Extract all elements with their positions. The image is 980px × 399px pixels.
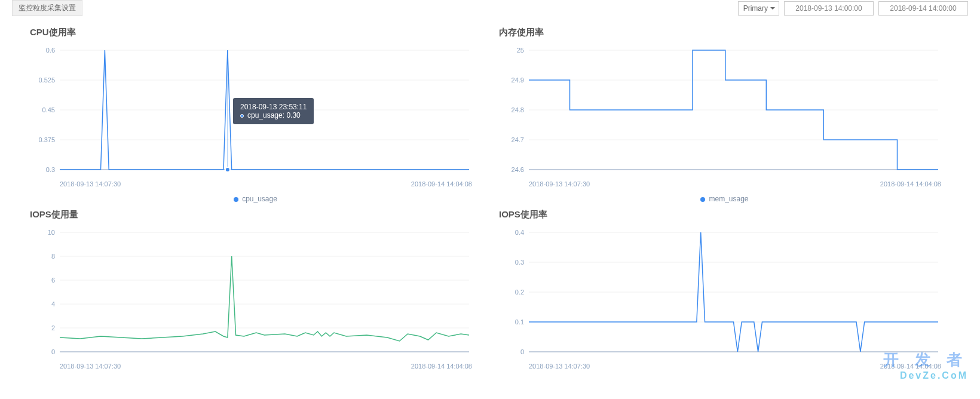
svg-text:25: 25 xyxy=(517,47,524,54)
x-axis-labels: 2018-09-13 14:07:30 2018-09-14 14:04:08 xyxy=(499,363,941,370)
x-axis-labels: 2018-09-13 14:07:30 2018-09-14 14:04:08 xyxy=(499,180,941,188)
panel-iops-vol: IOPS使用量 0246810 2018-09-13 14:07:30 2018… xyxy=(30,203,481,370)
svg-text:0.45: 0.45 xyxy=(42,106,55,113)
svg-text:0.3: 0.3 xyxy=(515,259,524,266)
role-select[interactable]: Primary xyxy=(738,1,779,16)
svg-text:4: 4 xyxy=(51,300,55,308)
toolbar-right: Primary 2018-09-13 14:00:00 2018-09-14 1… xyxy=(738,1,968,16)
chart-title: CPU使用率 xyxy=(30,27,481,38)
monitor-settings-button[interactable]: 监控粒度采集设置 xyxy=(12,0,82,16)
svg-text:0: 0 xyxy=(51,348,55,355)
iops-vol-chart[interactable]: 0246810 xyxy=(30,226,472,358)
chart-title: 内存使用率 xyxy=(499,27,950,38)
svg-text:0.6: 0.6 xyxy=(46,47,55,54)
chart-legend[interactable]: cpu_usage xyxy=(30,195,481,203)
x-axis-start: 2018-09-13 14:07:30 xyxy=(60,180,121,188)
svg-text:8: 8 xyxy=(51,253,55,260)
x-axis-end: 2018-09-14 14:04:08 xyxy=(880,363,941,370)
date-end-input[interactable]: 2018-09-14 14:00:00 xyxy=(878,1,968,16)
x-axis-start: 2018-09-13 14:07:30 xyxy=(529,180,590,188)
panel-cpu: CPU使用率 0.30.3750.450.5250.6 2018-09-13 2… xyxy=(30,21,481,203)
chart-legend[interactable]: mem_usage xyxy=(499,195,950,203)
x-axis-end: 2018-09-14 14:04:08 xyxy=(411,180,472,188)
x-axis-labels: 2018-09-13 14:07:30 2018-09-14 14:04:08 xyxy=(30,363,472,370)
legend-label: cpu_usage xyxy=(242,195,277,203)
svg-text:6: 6 xyxy=(51,277,55,284)
svg-text:24.8: 24.8 xyxy=(512,106,524,113)
panel-mem: 内存使用率 24.624.724.824.925 2018-09-13 14:0… xyxy=(499,21,950,203)
panel-iops-rate: IOPS使用率 00.10.20.30.4 2018-09-13 14:07:3… xyxy=(499,203,950,370)
svg-text:24.6: 24.6 xyxy=(512,166,524,173)
x-axis-start: 2018-09-13 14:07:30 xyxy=(529,363,590,370)
svg-text:2: 2 xyxy=(51,324,55,332)
svg-text:0.375: 0.375 xyxy=(38,136,55,143)
chart-title: IOPS使用量 xyxy=(30,209,481,220)
chart-title: IOPS使用率 xyxy=(499,209,950,220)
mem-chart[interactable]: 24.624.724.824.925 xyxy=(499,44,941,176)
svg-text:0.4: 0.4 xyxy=(515,229,524,236)
toolbar: 监控粒度采集设置 Primary 2018-09-13 14:00:00 201… xyxy=(0,0,980,16)
svg-text:0.2: 0.2 xyxy=(515,288,524,296)
iops-rate-chart[interactable]: 00.10.20.30.4 xyxy=(499,226,941,358)
svg-point-12 xyxy=(225,167,230,172)
charts-grid: CPU使用率 0.30.3750.450.5250.6 2018-09-13 2… xyxy=(0,21,980,370)
svg-text:0.3: 0.3 xyxy=(46,166,55,173)
svg-text:0: 0 xyxy=(520,348,524,355)
x-axis-labels: 2018-09-13 14:07:30 2018-09-14 14:04:08 xyxy=(30,180,472,188)
svg-text:0.525: 0.525 xyxy=(38,76,55,84)
cpu-chart[interactable]: 0.30.3750.450.5250.6 xyxy=(30,44,472,176)
x-axis-end: 2018-09-14 14:04:08 xyxy=(880,180,941,188)
svg-text:10: 10 xyxy=(48,229,55,236)
x-axis-end: 2018-09-14 14:04:08 xyxy=(411,363,472,370)
date-start-input[interactable]: 2018-09-13 14:00:00 xyxy=(784,1,874,16)
svg-text:24.7: 24.7 xyxy=(512,136,524,143)
svg-text:24.9: 24.9 xyxy=(512,76,524,84)
legend-dot-icon xyxy=(700,197,705,202)
legend-dot-icon xyxy=(234,197,238,202)
x-axis-start: 2018-09-13 14:07:30 xyxy=(60,363,121,370)
svg-text:0.1: 0.1 xyxy=(515,318,524,326)
legend-label: mem_usage xyxy=(709,195,748,203)
